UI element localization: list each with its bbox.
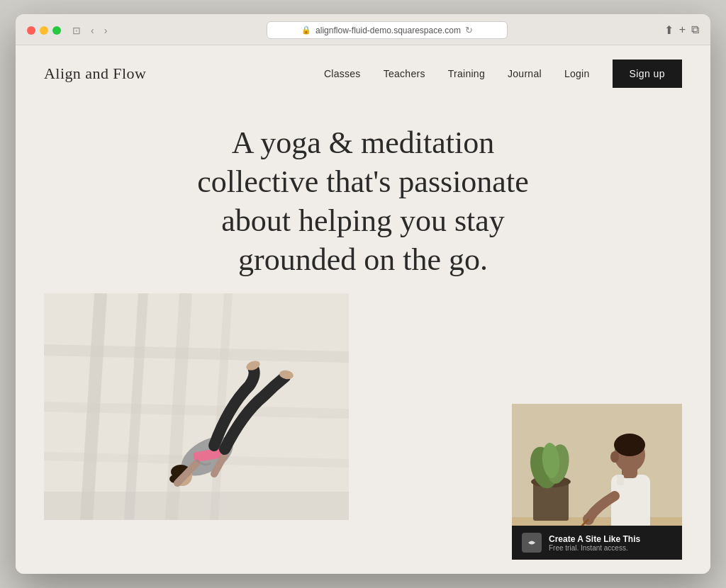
- forward-button[interactable]: ›: [101, 23, 111, 38]
- browser-chrome: ⊡ ‹ › 🔒 alignflow-fluid-demo.squarespace…: [16, 14, 710, 45]
- nav-journal[interactable]: Journal: [508, 68, 542, 79]
- squarespace-logo-icon: [522, 533, 542, 553]
- hero-section: A yoga & meditation collective that's pa…: [16, 102, 710, 293]
- window-icon[interactable]: ⊡: [69, 23, 84, 38]
- new-tab-icon[interactable]: +: [679, 23, 686, 37]
- browser-window: ⊡ ‹ › 🔒 alignflow-fluid-demo.squarespace…: [16, 14, 710, 574]
- squarespace-badge[interactable]: Create A Site Like This Free trial. Inst…: [512, 526, 682, 560]
- svg-line-5: [44, 350, 349, 357]
- back-button[interactable]: ‹: [88, 23, 97, 38]
- browser-actions: ⬆ + ⧉: [664, 23, 699, 37]
- close-button[interactable]: [27, 26, 35, 35]
- signup-button[interactable]: Sign up: [613, 60, 682, 88]
- address-bar-container: 🔒 alignflow-fluid-demo.squarespace.com ↻: [118, 21, 655, 39]
- traffic-lights: [27, 26, 61, 35]
- browser-controls: ⊡ ‹ ›: [69, 23, 110, 38]
- badge-text: Create A Site Like This Free trial. Inst…: [549, 534, 640, 552]
- yoga-image: [44, 293, 349, 520]
- lock-icon: 🔒: [301, 26, 311, 35]
- fullscreen-button[interactable]: [52, 26, 61, 35]
- navbar: Align and Flow Classes Teachers Training…: [16, 45, 710, 102]
- nav-teachers[interactable]: Teachers: [384, 68, 425, 79]
- site-logo[interactable]: Align and Flow: [44, 64, 146, 83]
- nav-classes[interactable]: Classes: [324, 68, 361, 79]
- url-text: alignflow-fluid-demo.squarespace.com: [315, 26, 461, 35]
- nav-links: Classes Teachers Training Journal Login …: [324, 60, 682, 88]
- badge-subtitle: Free trial. Instant access.: [549, 544, 640, 552]
- tabs-icon[interactable]: ⧉: [691, 23, 699, 37]
- hero-headline: A yoga & meditation collective that's pa…: [172, 123, 554, 279]
- badge-title: Create A Site Like This: [549, 534, 640, 544]
- images-section: Create A Site Like This Free trial. Inst…: [16, 293, 710, 574]
- address-bar[interactable]: 🔒 alignflow-fluid-demo.squarespace.com ↻: [267, 21, 508, 39]
- website-content: Align and Flow Classes Teachers Training…: [16, 45, 710, 574]
- minimize-button[interactable]: [40, 26, 48, 35]
- reload-icon[interactable]: ↻: [465, 25, 473, 35]
- share-icon[interactable]: ⬆: [664, 23, 674, 37]
- nav-login[interactable]: Login: [564, 68, 590, 79]
- svg-rect-8: [44, 492, 349, 520]
- nav-training[interactable]: Training: [448, 68, 485, 79]
- svg-line-6: [44, 407, 349, 414]
